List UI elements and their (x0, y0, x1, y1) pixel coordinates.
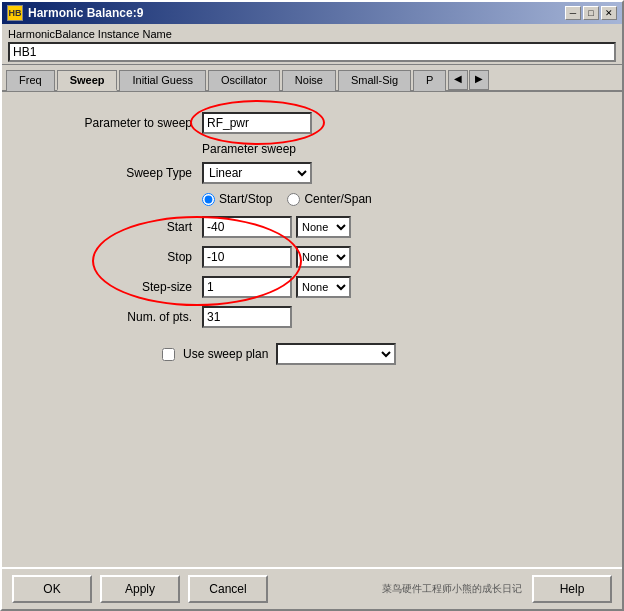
param-to-sweep-label: Parameter to sweep (32, 116, 192, 130)
tab-p[interactable]: P (413, 70, 446, 91)
content-wrapper: Parameter to sweep Parameter sweep Sweep… (32, 112, 592, 365)
sweep-type-label: Sweep Type (32, 166, 192, 180)
use-sweep-plan-checkbox[interactable] (162, 348, 175, 361)
stop-unit-select[interactable]: NonedBmdBV (296, 246, 351, 268)
stop-row: Stop NonedBmdBV (32, 246, 592, 268)
main-content: Parameter to sweep Parameter sweep Sweep… (2, 92, 622, 567)
cancel-button[interactable]: Cancel (188, 575, 268, 603)
bottom-bar: OK Apply Cancel 菜鸟硬件工程师小熊的成长日记 Help (2, 567, 622, 609)
num-pts-label: Num. of pts. (32, 310, 192, 324)
parameter-sweep-section-label: Parameter sweep (202, 142, 592, 156)
radio-row: Start/Stop Center/Span (202, 192, 592, 206)
bottom-left-buttons: OK Apply Cancel (12, 575, 268, 603)
sweep-plan-row: Use sweep plan (162, 343, 592, 365)
title-bar: HB Harmonic Balance:9 ─ □ ✕ (2, 2, 622, 24)
apply-button[interactable]: Apply (100, 575, 180, 603)
app-icon: HB (7, 5, 23, 21)
center-span-radio[interactable] (287, 193, 300, 206)
param-to-sweep-input[interactable] (202, 112, 312, 134)
start-label: Start (32, 220, 192, 234)
start-input[interactable] (202, 216, 292, 238)
main-window: HB Harmonic Balance:9 ─ □ ✕ HarmonicBala… (0, 0, 624, 611)
start-stop-option[interactable]: Start/Stop (202, 192, 272, 206)
instance-name-input[interactable] (8, 42, 616, 62)
tab-nav-next[interactable]: ▶ (469, 70, 489, 90)
tab-initial-guess[interactable]: Initial Guess (119, 70, 206, 91)
instance-name-section: HarmonicBalance Instance Name (2, 24, 622, 65)
sweep-plan-select[interactable] (276, 343, 396, 365)
step-size-row: Step-size NonedBmdBV (32, 276, 592, 298)
num-pts-input[interactable] (202, 306, 292, 328)
ok-button[interactable]: OK (12, 575, 92, 603)
tabs-bar: Freq Sweep Initial Guess Oscillator Nois… (2, 65, 622, 92)
title-buttons: ─ □ ✕ (565, 6, 617, 20)
num-pts-row: Num. of pts. (32, 306, 592, 328)
tab-noise[interactable]: Noise (282, 70, 336, 91)
sweep-type-select[interactable]: Linear Log List (202, 162, 312, 184)
stop-input[interactable] (202, 246, 292, 268)
stop-label: Stop (32, 250, 192, 264)
minimize-button[interactable]: ─ (565, 6, 581, 20)
step-size-label: Step-size (32, 280, 192, 294)
tab-freq[interactable]: Freq (6, 70, 55, 91)
start-stop-radio[interactable] (202, 193, 215, 206)
param-to-sweep-row: Parameter to sweep (32, 112, 592, 134)
start-unit-select[interactable]: NonedBmdBV (296, 216, 351, 238)
center-span-option[interactable]: Center/Span (287, 192, 371, 206)
maximize-button[interactable]: □ (583, 6, 599, 20)
sweep-type-row: Sweep Type Linear Log List (32, 162, 592, 184)
tab-sweep[interactable]: Sweep (57, 70, 118, 91)
step-size-unit-select[interactable]: NonedBmdBV (296, 276, 351, 298)
bottom-right-area: 菜鸟硬件工程师小熊的成长日记 Help (382, 575, 612, 603)
help-button[interactable]: Help (532, 575, 612, 603)
param-to-sweep-input-wrapper (202, 112, 312, 134)
title-bar-left: HB Harmonic Balance:9 (7, 5, 143, 21)
tab-oscillator[interactable]: Oscillator (208, 70, 280, 91)
close-button[interactable]: ✕ (601, 6, 617, 20)
step-size-input[interactable] (202, 276, 292, 298)
window-title: Harmonic Balance:9 (28, 6, 143, 20)
instance-name-label: HarmonicBalance Instance Name (8, 28, 616, 40)
start-row: Start NonedBmdBV (32, 216, 592, 238)
watermark-text: 菜鸟硬件工程师小熊的成长日记 (382, 582, 522, 596)
tab-nav-prev[interactable]: ◀ (448, 70, 468, 90)
tab-small-sig[interactable]: Small-Sig (338, 70, 411, 91)
